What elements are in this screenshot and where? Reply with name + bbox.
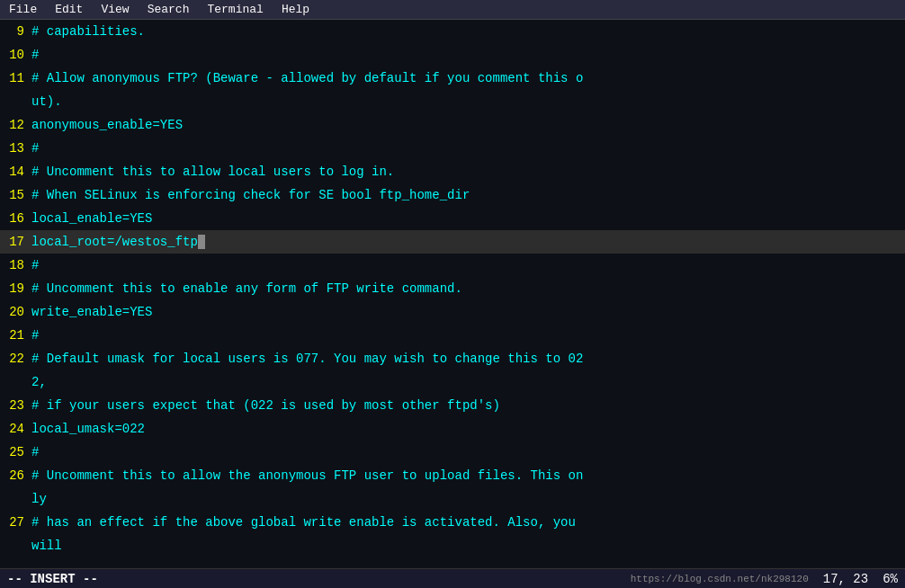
line-content: # Uncomment this to allow local users to… <box>31 163 394 181</box>
line-content: will <box>31 537 62 555</box>
code-area[interactable]: 9# capabilities.10#11# Allow anonymous F… <box>0 20 905 568</box>
menu-file[interactable]: File <box>4 1 42 18</box>
line-content: # <box>31 256 39 274</box>
cursor-position: 17, 23 <box>823 572 868 586</box>
line-content: # When SELinux is enforcing check for SE… <box>31 186 470 204</box>
line-content: local_umask=022 <box>31 420 145 438</box>
status-url: https://blog.csdn.net/nk298120 <box>631 574 809 584</box>
status-bar: -- INSERT -- https://blog.csdn.net/nk298… <box>0 568 905 588</box>
line-number: 13 <box>0 141 31 156</box>
table-row: 14# Uncomment this to allow local users … <box>0 160 905 183</box>
line-content: # Allow anonymous FTP? (Beware - allowed… <box>31 69 583 87</box>
table-row: 20write_enable=YES <box>0 300 905 324</box>
insert-mode-indicator: -- INSERT -- <box>7 572 98 586</box>
table-row: 13# <box>0 137 905 160</box>
line-number: 21 <box>0 328 31 343</box>
table-row: 19# Uncomment this to enable any form of… <box>0 277 905 300</box>
line-number: 23 <box>0 398 31 413</box>
table-row: 11# Allow anonymous FTP? (Beware - allow… <box>0 67 905 90</box>
line-number: 19 <box>0 281 31 296</box>
line-content: # <box>31 46 39 64</box>
line-content: 2, <box>31 373 47 391</box>
line-number: 22 <box>0 352 31 366</box>
line-content: ut). <box>31 93 62 111</box>
line-number: 11 <box>0 71 31 85</box>
line-content: # <box>31 326 39 344</box>
line-number: 14 <box>0 165 31 179</box>
table-row: ly <box>0 487 905 511</box>
table-row: 18# <box>0 254 905 277</box>
text-cursor <box>198 235 205 249</box>
menu-view[interactable]: View <box>95 1 134 18</box>
table-row: 25# <box>0 441 905 464</box>
table-row: 27# has an effect if the above global wr… <box>0 511 905 534</box>
line-number: 12 <box>0 118 31 132</box>
menu-terminal[interactable]: Terminal <box>202 1 268 18</box>
line-number: 27 <box>0 515 31 530</box>
line-content: # has an effect if the above global writ… <box>31 513 576 531</box>
menu-search[interactable]: Search <box>142 1 195 18</box>
menu-bar: File Edit View Search Terminal Help <box>0 0 905 20</box>
menu-edit[interactable]: Edit <box>49 1 88 18</box>
table-row: 12anonymous_enable=YES <box>0 113 905 137</box>
line-number: 24 <box>0 422 31 436</box>
line-content: anonymous_enable=YES <box>31 116 183 134</box>
line-content: ly <box>31 490 47 508</box>
table-row: 26# Uncomment this to allow the anonymou… <box>0 464 905 487</box>
line-content: # <box>31 443 39 461</box>
editor-container: 9# capabilities.10#11# Allow anonymous F… <box>0 20 905 588</box>
line-number: 18 <box>0 258 31 272</box>
line-number: 9 <box>0 24 31 39</box>
table-row: 10# <box>0 43 905 67</box>
table-row: 21# <box>0 324 905 347</box>
line-content: # Default umask for local users is 077. … <box>31 350 583 368</box>
table-row: 9# capabilities. <box>0 20 905 43</box>
table-row: 17local_root=/westos_ftp <box>0 230 905 254</box>
table-row: 16local_enable=YES <box>0 207 905 230</box>
line-content: local_enable=YES <box>31 209 152 227</box>
line-content: # Uncomment this to allow the anonymous … <box>31 467 583 485</box>
line-content: # <box>31 139 39 157</box>
table-row: 15# When SELinux is enforcing check for … <box>0 183 905 207</box>
line-content: local_root=/westos_ftp <box>31 233 205 251</box>
line-content: # Uncomment this to enable any form of F… <box>31 280 462 298</box>
line-number: 20 <box>0 305 31 319</box>
line-content: write_enable=YES <box>31 303 152 321</box>
code-lines: 9# capabilities.10#11# Allow anonymous F… <box>0 20 905 557</box>
line-content: # if your users expect that (022 is used… <box>31 396 500 414</box>
line-number: 16 <box>0 211 31 226</box>
table-row: ut). <box>0 90 905 113</box>
line-number: 15 <box>0 188 31 202</box>
table-row: 22# Default umask for local users is 077… <box>0 347 905 370</box>
line-number: 10 <box>0 48 31 62</box>
line-number: 17 <box>0 235 31 249</box>
table-row: 23# if your users expect that (022 is us… <box>0 394 905 417</box>
line-number: 26 <box>0 468 31 483</box>
table-row: will <box>0 534 905 557</box>
line-content: # capabilities. <box>31 22 145 40</box>
line-number: 25 <box>0 445 31 459</box>
scroll-percent: 6% <box>883 572 898 586</box>
table-row: 2, <box>0 370 905 394</box>
menu-help[interactable]: Help <box>276 1 315 18</box>
table-row: 24local_umask=022 <box>0 417 905 441</box>
